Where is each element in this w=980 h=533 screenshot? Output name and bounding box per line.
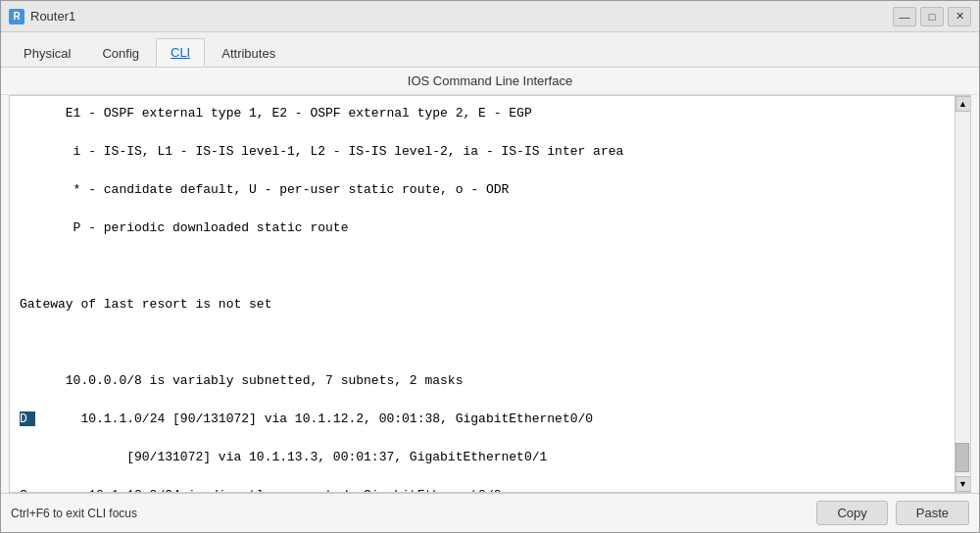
status-bar: Ctrl+F6 to exit CLI focus Copy Paste xyxy=(1,493,979,532)
terminal-line: E1 - OSPF external type 1, E2 - OSPF ext… xyxy=(20,104,945,123)
scroll-down-button[interactable]: ▼ xyxy=(956,476,971,492)
paste-button[interactable]: Paste xyxy=(896,501,969,525)
maximize-button[interactable]: □ xyxy=(920,7,944,26)
tab-config[interactable]: Config xyxy=(87,39,154,67)
main-window: R Router1 — □ ✕ Physical Config CLI Attr… xyxy=(0,0,980,533)
terminal-line xyxy=(20,333,945,353)
terminal-line: 10.0.0.0/8 is variably subnetted, 7 subn… xyxy=(20,371,945,391)
tab-attributes[interactable]: Attributes xyxy=(207,39,290,67)
terminal-line: P - periodic downloaded static route xyxy=(20,218,945,238)
cli-header: IOS Command Line Interface xyxy=(1,68,979,95)
terminal-output[interactable]: E1 - OSPF external type 1, E2 - OSPF ext… xyxy=(10,96,955,492)
title-bar: R Router1 — □ ✕ xyxy=(1,1,979,32)
scroll-track xyxy=(956,112,970,476)
terminal-line xyxy=(20,257,945,276)
tabs-bar: Physical Config CLI Attributes xyxy=(1,32,979,68)
terminal-line: C 10.1.12.0/24 is directly connected, Gi… xyxy=(20,486,945,492)
terminal-line-d-highlight: D 10.1.1.0/24 [90/131072] via 10.1.12.2,… xyxy=(20,410,945,429)
terminal-line: * - candidate default, U - per-user stat… xyxy=(20,180,945,200)
window-controls: — □ ✕ xyxy=(893,7,971,26)
scrollbar: ▲ ▼ xyxy=(955,96,970,492)
terminal-line: [90/131072] via 10.1.13.3, 00:01:37, Gig… xyxy=(20,448,945,467)
close-button[interactable]: ✕ xyxy=(948,7,971,26)
terminal-line: Gateway of last resort is not set xyxy=(20,295,945,315)
tab-physical[interactable]: Physical xyxy=(9,39,85,67)
window-icon: R xyxy=(9,9,24,24)
status-hint: Ctrl+F6 to exit CLI focus xyxy=(11,507,137,520)
copy-button[interactable]: Copy xyxy=(816,501,887,525)
content-area: IOS Command Line Interface E1 - OSPF ext… xyxy=(1,68,979,493)
status-buttons: Copy Paste xyxy=(816,501,969,525)
window-title: Router1 xyxy=(30,9,893,24)
terminal-wrapper: E1 - OSPF external type 1, E2 - OSPF ext… xyxy=(9,95,971,493)
scroll-thumb[interactable] xyxy=(956,443,969,472)
minimize-button[interactable]: — xyxy=(893,7,916,26)
scroll-up-button[interactable]: ▲ xyxy=(956,96,971,112)
d-highlight: D xyxy=(20,412,35,426)
tab-cli[interactable]: CLI xyxy=(156,38,205,67)
terminal-line: i - IS-IS, L1 - IS-IS level-1, L2 - IS-I… xyxy=(20,142,945,162)
